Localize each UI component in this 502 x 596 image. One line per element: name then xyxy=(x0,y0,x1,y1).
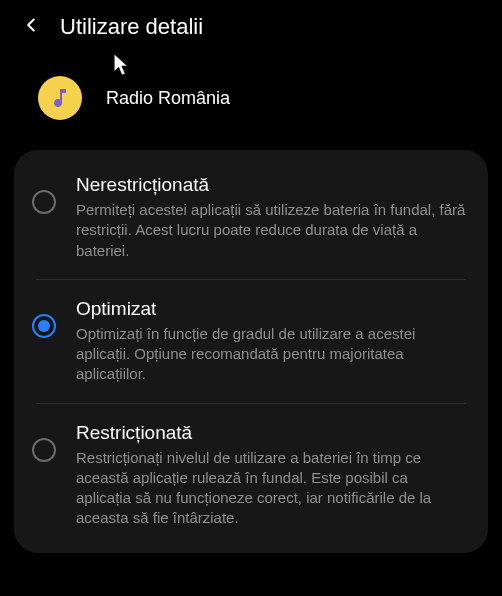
app-music-icon xyxy=(38,76,82,120)
option-text: Restricționată Restricționați nivelul de… xyxy=(76,422,466,529)
app-row: Radio România xyxy=(0,48,502,144)
option-description: Restricționați nivelul de utilizare a ba… xyxy=(76,448,466,529)
option-text: Nerestricționată Permiteți acestei aplic… xyxy=(76,174,466,261)
option-description: Optimizați în funcție de gradul de utili… xyxy=(76,324,466,385)
radio-restricted[interactable] xyxy=(32,438,56,462)
option-title: Optimizat xyxy=(76,298,466,320)
option-optimized[interactable]: Optimizat Optimizați în funcție de gradu… xyxy=(14,280,488,403)
header: Utilizare detalii xyxy=(0,0,502,48)
option-restricted[interactable]: Restricționată Restricționați nivelul de… xyxy=(14,404,488,547)
option-text: Optimizat Optimizați în funcție de gradu… xyxy=(76,298,466,385)
back-icon[interactable] xyxy=(20,14,42,40)
option-unrestricted[interactable]: Nerestricționată Permiteți acestei aplic… xyxy=(14,156,488,279)
page-title: Utilizare detalii xyxy=(60,14,203,40)
option-description: Permiteți acestei aplicații să utilizeze… xyxy=(76,200,466,261)
radio-optimized[interactable] xyxy=(32,314,56,338)
app-name: Radio România xyxy=(106,88,230,109)
option-title: Nerestricționată xyxy=(76,174,466,196)
options-card: Nerestricționată Permiteți acestei aplic… xyxy=(14,150,488,553)
radio-unrestricted[interactable] xyxy=(32,190,56,214)
option-title: Restricționată xyxy=(76,422,466,444)
